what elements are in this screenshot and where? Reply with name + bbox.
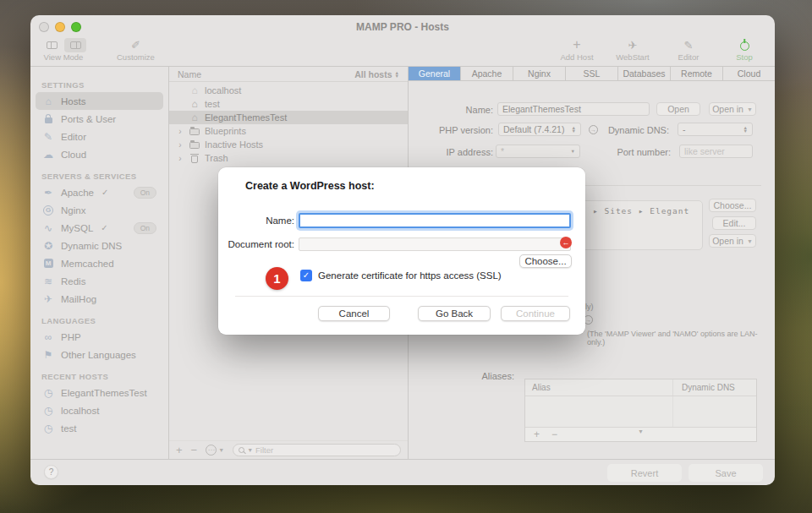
- remove-host-row-button[interactable]: −: [191, 445, 198, 456]
- php-version-label: PHP version:: [417, 125, 493, 135]
- sidebar-item-label: MySQL: [61, 223, 93, 233]
- customize-pen-icon: ✐: [131, 37, 140, 52]
- disclosure-triangle-icon[interactable]: ›: [176, 127, 184, 136]
- tab-cloud[interactable]: Cloud: [723, 67, 775, 80]
- sidebar-item-recent-test[interactable]: ◷ test: [36, 419, 163, 437]
- stop-label: Stop: [736, 52, 753, 62]
- customize-button[interactable]: ✐ Customize: [117, 37, 155, 62]
- host-group-trash[interactable]: › Trash: [169, 151, 408, 165]
- aliases-empty-rows[interactable]: [525, 396, 756, 427]
- actions-menu-button[interactable]: ⋯▼: [206, 445, 224, 456]
- save-button[interactable]: Save: [689, 464, 763, 482]
- host-row-localhost[interactable]: ⌂ localhost: [169, 84, 408, 97]
- all-hosts-scope-selector[interactable]: All hosts ▲▼: [354, 69, 399, 79]
- sidebar-item-editor[interactable]: ✎ Editor: [36, 128, 163, 145]
- ip-address-select[interactable]: * ▼: [496, 145, 580, 158]
- sidebar-item-mysql[interactable]: ∿ MySQL ✓ On: [36, 219, 163, 237]
- filter-field[interactable]: ▼: [233, 444, 401, 456]
- host-name-input[interactable]: [502, 104, 645, 114]
- sidebar-item-cloud[interactable]: ☁ Cloud: [36, 145, 163, 163]
- sidebar-item-nginx[interactable]: G Nginx: [36, 201, 163, 219]
- plane-icon: ✈: [628, 37, 638, 52]
- folder-icon: [189, 127, 200, 135]
- ssl-checkbox[interactable]: ✓: [300, 270, 312, 281]
- view-mode-control[interactable]: View Mode: [41, 37, 86, 62]
- sidebar-item-recent-localhost[interactable]: ◷ localhost: [36, 401, 163, 419]
- port-number-input[interactable]: [684, 146, 748, 156]
- tab-nginx[interactable]: Nginx: [513, 67, 566, 80]
- open-in-button[interactable]: Open in ▼: [709, 102, 756, 116]
- editor-label: Editor: [678, 52, 700, 62]
- house-icon: ⌂: [41, 96, 55, 107]
- host-row-test[interactable]: ⌂ test: [169, 97, 408, 111]
- host-group-blueprints[interactable]: › Blueprints: [169, 124, 408, 138]
- zoom-window-button[interactable]: [71, 22, 81, 32]
- aliases-label: Aliases:: [409, 371, 514, 381]
- sidebar-item-memcached[interactable]: M Memcached: [36, 254, 163, 272]
- sidebar-item-label: Nginx: [61, 205, 85, 216]
- stop-servers-button[interactable]: Stop: [726, 37, 763, 62]
- view-mode-detail-button[interactable]: [64, 38, 86, 52]
- view-mode-list-button[interactable]: [41, 38, 63, 52]
- dialog-doc-root-field[interactable]: [299, 237, 571, 251]
- port-number-field[interactable]: [679, 145, 753, 158]
- dialog-go-back-button[interactable]: Go Back: [418, 306, 491, 321]
- editor-button[interactable]: ✎ Editor: [670, 37, 707, 62]
- tab-apache[interactable]: Apache: [461, 67, 513, 80]
- sidebar-item-other-languages[interactable]: ⚑ Other Languages: [36, 346, 163, 363]
- dialog-name-field[interactable]: [299, 213, 571, 228]
- close-window-button[interactable]: [39, 22, 49, 32]
- host-name-field[interactable]: [497, 102, 650, 116]
- aliases-table: Alias Dynamic DNS + − ▼: [524, 379, 757, 442]
- host-row-elegantthemestest[interactable]: ⌂ ElegantThemesTest: [169, 111, 408, 124]
- tab-remote[interactable]: Remote: [671, 67, 723, 80]
- chevron-down-icon: ▼: [747, 106, 753, 112]
- sidebar-item-redis[interactable]: ≋ Redis: [36, 272, 163, 290]
- sidebar-item-recent-elegantthemestest[interactable]: ◷ ElegantThemesTest: [36, 384, 163, 401]
- disclosure-triangle-icon[interactable]: ›: [176, 140, 184, 150]
- dialog-name-input[interactable]: [300, 217, 569, 229]
- php-version-select[interactable]: Default (7.4.21) ▲▼: [498, 123, 581, 136]
- tab-ssl[interactable]: SSL: [566, 67, 618, 80]
- sidebar-item-hosts[interactable]: ⌂ Hosts: [36, 92, 163, 110]
- sidebar-item-label: Redis: [61, 276, 85, 287]
- add-host-button[interactable]: + Add Host: [558, 37, 595, 62]
- sidebar-item-apache[interactable]: ✒ Apache ✓ On: [36, 183, 163, 201]
- dynamic-dns-select[interactable]: - ▲▼: [678, 123, 753, 136]
- open-root-in-button[interactable]: Open in ▼: [709, 234, 756, 248]
- tab-general[interactable]: General: [409, 67, 461, 80]
- house-icon: ⌂: [189, 98, 200, 110]
- add-host-label: Add Host: [560, 52, 593, 62]
- sidebar-item-ports-user[interactable]: Ports & User: [36, 110, 163, 128]
- sidebar-item-mailhog[interactable]: ✈ MailHog: [36, 290, 163, 308]
- desktop-wallpaper: MAMP PRO - Hosts View Mode ✐ Customize: [0, 0, 812, 513]
- revert-button[interactable]: Revert: [607, 464, 682, 482]
- updown-chevrons-icon: ▲▼: [395, 71, 399, 78]
- add-host-row-button[interactable]: +: [176, 445, 183, 456]
- edit-root-button[interactable]: Edit...: [712, 216, 756, 230]
- dialog-continue-button[interactable]: Continue: [501, 306, 570, 321]
- house-outline-icon: ⌂: [189, 85, 200, 96]
- mailhog-icon: ✈: [41, 293, 55, 305]
- disclosure-triangle-icon[interactable]: ›: [176, 154, 184, 163]
- alias-column-header: Alias: [525, 379, 673, 396]
- minimize-window-button[interactable]: [55, 22, 65, 32]
- sidebar-item-label: Ports & User: [61, 114, 116, 124]
- open-button[interactable]: Open: [656, 102, 700, 116]
- filter-input[interactable]: [255, 445, 395, 455]
- dialog-divider: [235, 296, 568, 297]
- webstart-button[interactable]: ✈ WebStart: [614, 37, 651, 62]
- tab-databases[interactable]: Databases: [618, 67, 671, 80]
- help-button[interactable]: ?: [44, 465, 58, 479]
- choose-root-button[interactable]: Choose...: [709, 199, 756, 212]
- dialog-choose-button[interactable]: Choose...: [519, 254, 572, 268]
- host-group-inactive-hosts[interactable]: › Inactive Hosts: [169, 138, 408, 151]
- sidebar-item-dynamic-dns[interactable]: ✪ Dynamic DNS: [36, 237, 163, 254]
- sidebar-item-php[interactable]: ∞ PHP: [36, 328, 163, 346]
- add-alias-button[interactable]: +: [534, 428, 540, 440]
- folder-icon: [189, 140, 200, 149]
- remove-alias-button[interactable]: −: [551, 428, 557, 440]
- search-icon: [239, 447, 244, 453]
- status-badge-on: On: [134, 187, 156, 199]
- dialog-cancel-button[interactable]: Cancel: [318, 306, 390, 321]
